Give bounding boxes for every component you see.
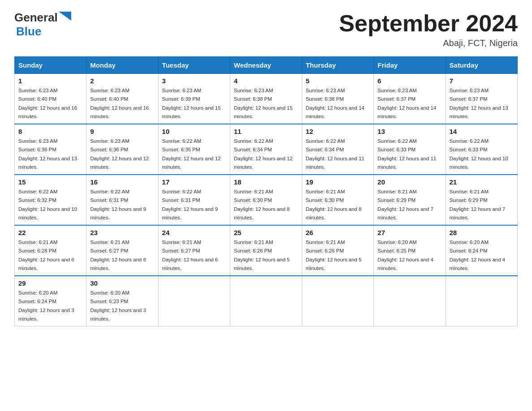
calendar-cell: 2 Sunrise: 6:23 AMSunset: 6:40 PMDayligh…: [86, 74, 158, 124]
day-number: 27: [378, 229, 442, 236]
day-info: Sunrise: 6:21 AMSunset: 6:29 PMDaylight:…: [450, 189, 506, 220]
calendar-cell: 18 Sunrise: 6:21 AMSunset: 6:30 PMDaylig…: [230, 175, 302, 225]
calendar-cell: 23 Sunrise: 6:21 AMSunset: 6:27 PMDaylig…: [86, 225, 158, 276]
day-number: 18: [234, 178, 298, 186]
day-number: 20: [378, 178, 442, 186]
logo: General Blue: [14, 11, 71, 39]
calendar-week-row: 1 Sunrise: 6:23 AMSunset: 6:40 PMDayligh…: [15, 74, 518, 124]
logo-general-text: General: [14, 11, 58, 25]
calendar-cell: 5 Sunrise: 6:23 AMSunset: 6:38 PMDayligh…: [302, 74, 373, 124]
logo-blue-text: Blue: [16, 25, 41, 39]
day-info: Sunrise: 6:22 AMSunset: 6:33 PMDaylight:…: [450, 138, 508, 170]
day-info: Sunrise: 6:23 AMSunset: 6:36 PMDaylight:…: [18, 138, 77, 170]
day-number: 4: [234, 77, 298, 85]
calendar-table: Sunday Monday Tuesday Wednesday Thursday…: [14, 56, 518, 326]
day-info: Sunrise: 6:21 AMSunset: 6:28 PMDaylight:…: [18, 240, 74, 271]
day-info: Sunrise: 6:22 AMSunset: 6:31 PMDaylight:…: [162, 189, 218, 220]
day-info: Sunrise: 6:20 AMSunset: 6:23 PMDaylight:…: [90, 290, 146, 321]
day-number: 5: [306, 77, 370, 85]
page-header: General Blue September 2024 Abaji, FCT, …: [14, 11, 518, 48]
calendar-title: September 2024: [339, 11, 518, 36]
calendar-cell: 8 Sunrise: 6:23 AMSunset: 6:36 PMDayligh…: [15, 124, 86, 175]
day-info: Sunrise: 6:22 AMSunset: 6:34 PMDaylight:…: [306, 138, 365, 170]
day-info: Sunrise: 6:21 AMSunset: 6:26 PMDaylight:…: [306, 240, 362, 271]
day-number: 22: [18, 229, 82, 236]
calendar-cell: 9 Sunrise: 6:23 AMSunset: 6:36 PMDayligh…: [86, 124, 158, 175]
calendar-week-row: 8 Sunrise: 6:23 AMSunset: 6:36 PMDayligh…: [15, 124, 518, 175]
logo-icon: [59, 12, 71, 24]
day-info: Sunrise: 6:23 AMSunset: 6:40 PMDaylight:…: [18, 88, 77, 119]
day-number: 17: [162, 178, 226, 186]
calendar-cell: [446, 276, 517, 326]
col-header-sunday: Sunday: [15, 57, 86, 74]
calendar-cell: 24 Sunrise: 6:21 AMSunset: 6:27 PMDaylig…: [158, 225, 230, 276]
calendar-cell: 4 Sunrise: 6:23 AMSunset: 6:38 PMDayligh…: [230, 74, 302, 124]
col-header-tuesday: Tuesday: [158, 57, 230, 74]
calendar-cell: 16 Sunrise: 6:22 AMSunset: 6:31 PMDaylig…: [86, 175, 158, 225]
day-info: Sunrise: 6:20 AMSunset: 6:24 PMDaylight:…: [450, 240, 506, 271]
day-number: 8: [18, 128, 82, 135]
day-number: 10: [162, 128, 226, 135]
calendar-cell: [302, 276, 373, 326]
calendar-cell: [230, 276, 302, 326]
day-number: 2: [90, 77, 154, 85]
day-info: Sunrise: 6:22 AMSunset: 6:34 PMDaylight:…: [234, 138, 292, 170]
day-number: 11: [234, 128, 298, 135]
calendar-cell: 17 Sunrise: 6:22 AMSunset: 6:31 PMDaylig…: [158, 175, 230, 225]
day-info: Sunrise: 6:20 AMSunset: 6:24 PMDaylight:…: [18, 290, 74, 321]
calendar-cell: 11 Sunrise: 6:22 AMSunset: 6:34 PMDaylig…: [230, 124, 302, 175]
calendar-cell: 26 Sunrise: 6:21 AMSunset: 6:26 PMDaylig…: [302, 225, 373, 276]
calendar-cell: 22 Sunrise: 6:21 AMSunset: 6:28 PMDaylig…: [15, 225, 86, 276]
day-number: 28: [450, 229, 514, 236]
col-header-wednesday: Wednesday: [230, 57, 302, 74]
col-header-thursday: Thursday: [302, 57, 373, 74]
day-number: 13: [378, 128, 442, 135]
day-info: Sunrise: 6:21 AMSunset: 6:30 PMDaylight:…: [306, 189, 362, 220]
calendar-cell: 14 Sunrise: 6:22 AMSunset: 6:33 PMDaylig…: [446, 124, 517, 175]
day-number: 29: [18, 279, 82, 287]
day-info: Sunrise: 6:20 AMSunset: 6:25 PMDaylight:…: [378, 240, 433, 271]
day-info: Sunrise: 6:22 AMSunset: 6:35 PMDaylight:…: [162, 138, 221, 170]
calendar-cell: 15 Sunrise: 6:22 AMSunset: 6:32 PMDaylig…: [15, 175, 86, 225]
svg-marker-0: [59, 12, 71, 21]
calendar-cell: 29 Sunrise: 6:20 AMSunset: 6:24 PMDaylig…: [15, 276, 86, 326]
title-area: September 2024 Abaji, FCT, Nigeria: [339, 11, 518, 48]
calendar-week-row: 15 Sunrise: 6:22 AMSunset: 6:32 PMDaylig…: [15, 175, 518, 225]
day-number: 6: [378, 77, 442, 85]
day-number: 3: [162, 77, 226, 85]
calendar-cell: 13 Sunrise: 6:22 AMSunset: 6:33 PMDaylig…: [374, 124, 446, 175]
day-info: Sunrise: 6:23 AMSunset: 6:36 PMDaylight:…: [90, 138, 149, 170]
col-header-monday: Monday: [86, 57, 158, 74]
day-number: 23: [90, 229, 154, 236]
day-number: 26: [306, 229, 370, 236]
calendar-week-row: 22 Sunrise: 6:21 AMSunset: 6:28 PMDaylig…: [15, 225, 518, 276]
day-number: 12: [306, 128, 370, 135]
day-info: Sunrise: 6:22 AMSunset: 6:31 PMDaylight:…: [90, 189, 146, 220]
calendar-cell: 6 Sunrise: 6:23 AMSunset: 6:37 PMDayligh…: [374, 74, 446, 124]
calendar-subtitle: Abaji, FCT, Nigeria: [339, 38, 518, 48]
calendar-cell: 27 Sunrise: 6:20 AMSunset: 6:25 PMDaylig…: [374, 225, 446, 276]
calendar-cell: 1 Sunrise: 6:23 AMSunset: 6:40 PMDayligh…: [15, 74, 86, 124]
day-info: Sunrise: 6:23 AMSunset: 6:39 PMDaylight:…: [162, 88, 221, 119]
day-number: 1: [18, 77, 82, 85]
calendar-cell: 10 Sunrise: 6:22 AMSunset: 6:35 PMDaylig…: [158, 124, 230, 175]
calendar-cell: 21 Sunrise: 6:21 AMSunset: 6:29 PMDaylig…: [446, 175, 517, 225]
day-info: Sunrise: 6:22 AMSunset: 6:33 PMDaylight:…: [378, 138, 436, 170]
day-info: Sunrise: 6:23 AMSunset: 6:37 PMDaylight:…: [450, 88, 508, 119]
day-info: Sunrise: 6:23 AMSunset: 6:40 PMDaylight:…: [90, 88, 149, 119]
day-number: 30: [90, 279, 154, 287]
calendar-cell: [158, 276, 230, 326]
calendar-cell: [374, 276, 446, 326]
day-info: Sunrise: 6:21 AMSunset: 6:29 PMDaylight:…: [378, 189, 433, 220]
day-info: Sunrise: 6:23 AMSunset: 6:38 PMDaylight:…: [306, 88, 365, 119]
calendar-week-row: 29 Sunrise: 6:20 AMSunset: 6:24 PMDaylig…: [15, 276, 518, 326]
day-number: 25: [234, 229, 298, 236]
day-info: Sunrise: 6:21 AMSunset: 6:27 PMDaylight:…: [162, 240, 218, 271]
day-info: Sunrise: 6:23 AMSunset: 6:38 PMDaylight:…: [234, 88, 292, 119]
day-info: Sunrise: 6:22 AMSunset: 6:32 PMDaylight:…: [18, 189, 77, 220]
day-info: Sunrise: 6:23 AMSunset: 6:37 PMDaylight:…: [378, 88, 436, 119]
header-row: Sunday Monday Tuesday Wednesday Thursday…: [15, 57, 518, 74]
calendar-cell: 12 Sunrise: 6:22 AMSunset: 6:34 PMDaylig…: [302, 124, 373, 175]
col-header-friday: Friday: [374, 57, 446, 74]
day-number: 14: [450, 128, 514, 135]
